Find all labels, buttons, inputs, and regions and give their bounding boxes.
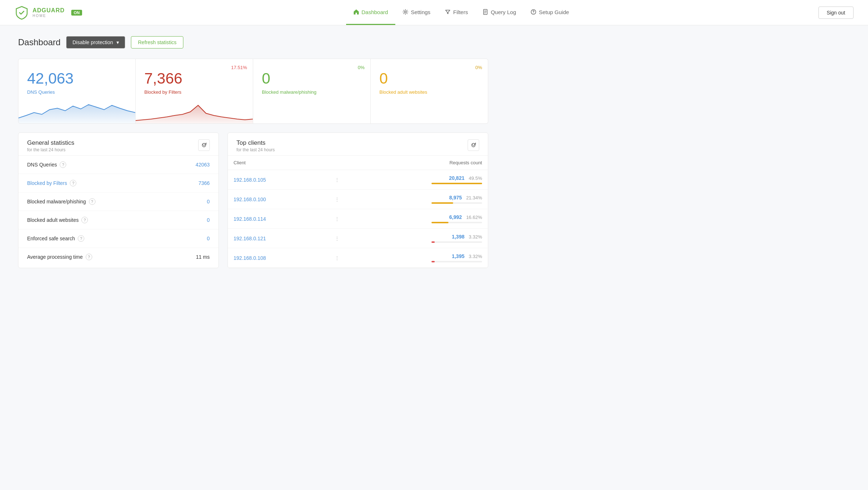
nav-filters[interactable]: Filters (438, 0, 475, 25)
main-content: Dashboard Disable protection ▾ Refresh s… (0, 25, 506, 279)
req-pct-1: 21.34% (466, 195, 482, 200)
stats-row-avgtime: Average processing time ? 11 ms (18, 248, 218, 266)
progress-bar-3 (431, 241, 482, 243)
top-clients-title: Top clients (237, 139, 275, 147)
req-count-0: 20,821 (449, 175, 464, 181)
page-title: Dashboard (18, 37, 60, 47)
table-row: 192.168.0.114 ⋮ 6,992 16.62% (228, 209, 488, 229)
progress-bar-4 (431, 261, 482, 262)
progress-bar-2 (431, 222, 482, 223)
stat-cards: 42,063 DNS Queries 17.51% 7,366 (18, 59, 488, 124)
stats-row-blocked-label[interactable]: Blocked by Filters ? (27, 180, 76, 186)
doc-icon (482, 9, 488, 15)
gear-icon (403, 9, 408, 15)
stats-row-blocked-value: 7366 (199, 180, 210, 186)
client-menu-1[interactable]: ⋮ (333, 195, 341, 204)
req-count-4: 1,395 (452, 253, 464, 259)
svg-point-0 (404, 11, 406, 13)
blocked-filters-number: 7,366 (144, 70, 244, 87)
req-count-2: 6,992 (449, 214, 462, 220)
stats-row-adult-label: Blocked adult websites ? (27, 217, 88, 223)
logo-shield-icon (14, 5, 29, 20)
blocked-malware-label: Blocked malware/phishing (262, 89, 362, 95)
stats-row-blocked: Blocked by Filters ? 7366 (18, 174, 218, 193)
client-menu-4[interactable]: ⋮ (333, 254, 341, 262)
top-clients-subtitle: for the last 24 hours (237, 147, 275, 152)
stat-card-blocked-filters: 17.51% 7,366 Blocked by Filters (136, 59, 253, 124)
col-client: Client (228, 156, 327, 170)
nav-dashboard[interactable]: Dashboard (346, 0, 395, 25)
svg-point-6 (533, 13, 534, 13)
top-clients-panel: Top clients for the last 24 hours Client… (227, 132, 488, 268)
filter-icon (445, 9, 451, 15)
stats-row-dns-value: 42063 (196, 162, 210, 168)
stats-row-adult: Blocked adult websites ? 0 (18, 211, 218, 229)
logo-text: ADGUARD HOME (33, 7, 65, 18)
nav-settings[interactable]: Settings (395, 0, 438, 25)
progress-bar-1 (431, 202, 482, 204)
general-stats-refresh-button[interactable] (198, 139, 210, 151)
progress-bar-0 (431, 183, 482, 184)
header: ADGUARD HOME ON Dashboard Settings Filte… (0, 0, 868, 25)
nav-querylog[interactable]: Query Log (475, 0, 523, 25)
client-ip-3[interactable]: 192.168.0.121 (234, 236, 266, 241)
chevron-down-icon: ▾ (116, 39, 119, 45)
stat-card-dns-queries: 42,063 DNS Queries (18, 59, 136, 124)
stats-row-dns-label: DNS Queries ? (27, 161, 66, 168)
blocked-adult-number: 0 (379, 70, 479, 87)
general-stats-subtitle: for the last 24 hours (27, 147, 74, 152)
refresh-statistics-button[interactable]: Refresh statistics (131, 36, 183, 48)
stats-row-adult-value: 0 (207, 217, 210, 223)
blocked-adult-badge: 0% (475, 65, 482, 70)
circle-question-icon (531, 9, 536, 15)
logo: ADGUARD HOME ON (14, 5, 82, 20)
adult-help-icon[interactable]: ? (81, 217, 88, 223)
stats-row-avgtime-label: Average processing time ? (27, 254, 92, 260)
sign-out-button[interactable]: Sign out (818, 7, 854, 19)
avgtime-help-icon[interactable]: ? (86, 254, 92, 260)
req-pct-0: 49.5% (469, 176, 482, 181)
req-pct-2: 16.62% (466, 215, 482, 220)
blocked-filters-badge: 17.51% (231, 65, 247, 70)
logo-adguard-label: ADGUARD (33, 7, 65, 14)
req-count-3: 1,398 (452, 234, 464, 240)
blocked-filters-label: Blocked by Filters (144, 89, 244, 95)
malware-help-icon[interactable]: ? (89, 198, 95, 205)
client-ip-4[interactable]: 192.168.0.108 (234, 255, 266, 261)
client-ip-2[interactable]: 192.168.0.114 (234, 216, 266, 222)
stats-row-malware: Blocked malware/phishing ? 0 (18, 193, 218, 211)
blocked-adult-label: Blocked adult websites (379, 89, 479, 95)
stats-row-dns: DNS Queries ? 42063 (18, 156, 218, 174)
disable-protection-button[interactable]: Disable protection ▾ (66, 36, 125, 48)
protection-status-badge: ON (71, 10, 82, 16)
general-stats-header: General statistics for the last 24 hours (18, 133, 218, 156)
client-ip-1[interactable]: 192.168.0.100 (234, 197, 266, 202)
stat-card-blocked-adult: 0% 0 Blocked adult websites (371, 59, 488, 124)
stats-row-malware-value: 0 (207, 199, 210, 204)
client-menu-3[interactable]: ⋮ (333, 234, 341, 243)
client-menu-0[interactable]: ⋮ (333, 176, 341, 184)
blocked-filters-chart (136, 94, 253, 123)
client-ip-0[interactable]: 192.168.0.105 (234, 177, 266, 183)
nav-setup[interactable]: Setup Guide (523, 0, 576, 25)
blocked-malware-badge: 0% (358, 65, 365, 70)
top-clients-refresh-button[interactable] (468, 139, 479, 151)
blocked-malware-number: 0 (262, 70, 362, 87)
client-menu-2[interactable]: ⋮ (333, 215, 341, 223)
logo-home-label: HOME (33, 14, 65, 18)
home-icon (353, 9, 359, 15)
dns-queries-number: 42,063 (27, 70, 127, 87)
col-menu (327, 156, 347, 170)
stats-row-safesearch: Enforced safe search ? 0 (18, 229, 218, 248)
main-nav: Dashboard Settings Filters Query Log Set… (104, 0, 818, 25)
refresh-icon (471, 143, 476, 148)
general-stats-panel: General statistics for the last 24 hours… (18, 132, 219, 268)
stats-row-malware-label: Blocked malware/phishing ? (27, 198, 95, 205)
table-row: 192.168.0.105 ⋮ 20,821 49.5% (228, 170, 488, 190)
req-pct-3: 3.32% (469, 234, 482, 240)
stats-row-safesearch-label: Enforced safe search ? (27, 235, 84, 242)
blocked-help-icon[interactable]: ? (70, 180, 76, 186)
dns-help-icon[interactable]: ? (60, 161, 66, 168)
dns-queries-label: DNS Queries (27, 89, 127, 95)
safesearch-help-icon[interactable]: ? (78, 235, 84, 242)
